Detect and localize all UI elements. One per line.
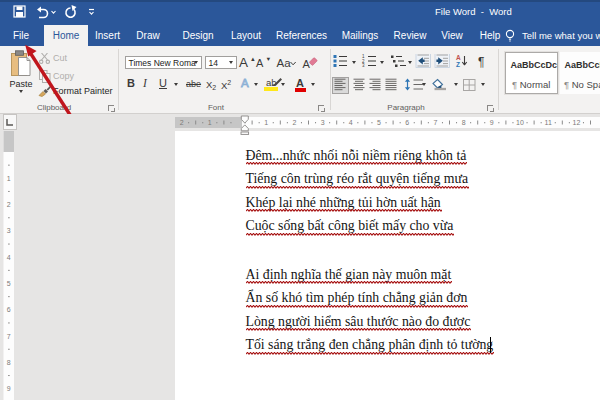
svg-text:8: 8	[7, 359, 11, 366]
svg-text:A: A	[239, 55, 248, 70]
svg-text:Aa: Aa	[277, 57, 292, 69]
svg-text:A: A	[256, 57, 264, 69]
svg-text:3: 3	[321, 119, 325, 126]
svg-text:3: 3	[7, 227, 11, 234]
svg-text:4: 4	[7, 254, 11, 261]
svg-text:4: 4	[349, 119, 353, 126]
svg-text:▼: ▼	[266, 56, 272, 62]
svg-text:Z: Z	[456, 61, 460, 68]
svg-text:10: 10	[516, 119, 524, 126]
svg-text:1: 1	[264, 119, 268, 126]
svg-text:6: 6	[7, 306, 11, 313]
svg-text:2: 2	[180, 119, 184, 126]
svg-text:8: 8	[462, 119, 466, 126]
svg-text:2: 2	[7, 201, 11, 208]
svg-text:9: 9	[7, 385, 11, 392]
svg-text:¶: ¶	[478, 55, 484, 68]
svg-text:9: 9	[490, 119, 494, 126]
svg-text:1: 1	[208, 119, 212, 126]
svg-text:11: 11	[545, 119, 552, 126]
svg-text:12: 12	[573, 119, 581, 126]
svg-text:6: 6	[405, 119, 409, 126]
svg-text:2: 2	[292, 119, 296, 126]
svg-text:▲: ▲	[250, 56, 256, 62]
svg-text:A: A	[456, 54, 461, 61]
svg-text:A: A	[303, 58, 311, 70]
svg-text:5: 5	[7, 280, 11, 287]
svg-text:3: 3	[362, 63, 365, 68]
svg-text:7: 7	[7, 333, 11, 340]
svg-text:7: 7	[433, 119, 437, 126]
svg-text:5: 5	[377, 119, 381, 126]
svg-text:1: 1	[7, 175, 11, 182]
